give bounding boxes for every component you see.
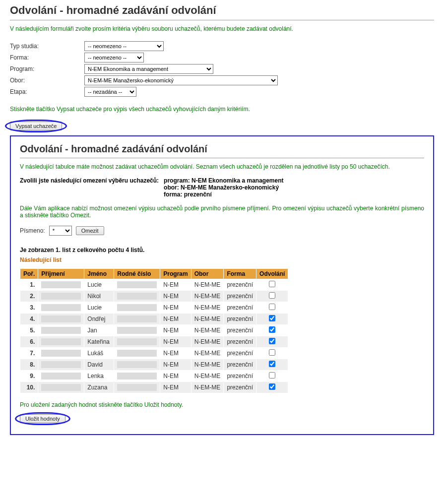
cell-prijmeni	[38, 302, 84, 314]
odvolani-checkbox[interactable]	[269, 281, 275, 287]
cell-rc	[114, 371, 160, 382]
cell-prijmeni	[38, 279, 84, 291]
select-typ-studia[interactable]: -- neomezeno --	[84, 41, 164, 51]
select-obor[interactable]: N-EM-ME Manažersko-ekonomický	[84, 75, 278, 85]
col-por: Poř.	[20, 269, 38, 279]
table-row: 1.LucieN-EMN-EM-MEprezenční	[20, 279, 288, 291]
table-row: 4.OndřejN-EMN-EM-MEprezenční	[20, 314, 288, 325]
cell-jmeno: Jan	[84, 325, 114, 336]
next-list-link[interactable]: Následující list	[20, 256, 62, 263]
cell-jmeno: Nikol	[84, 291, 114, 302]
col-obor: Obor	[191, 269, 224, 279]
cell-por: 1.	[20, 279, 38, 291]
cell-forma: prezenční	[224, 359, 256, 371]
cell-prijmeni	[38, 382, 84, 393]
redacted-surname	[41, 384, 81, 391]
cell-odvolani	[256, 382, 288, 393]
cell-rc	[114, 314, 160, 325]
separator	[20, 158, 424, 158]
odvolani-checkbox[interactable]	[269, 383, 275, 390]
cell-obor: N-EM-ME	[191, 325, 224, 336]
omezit-button[interactable]: Omezit	[76, 226, 104, 235]
label-obor: Obor:	[10, 77, 84, 84]
cell-program: N-EM	[160, 336, 191, 348]
cell-por: 6.	[20, 336, 38, 348]
odvolani-checkbox[interactable]	[269, 361, 275, 367]
col-rc: Rodné číslo	[114, 269, 160, 279]
cell-obor: N-EM-ME	[191, 336, 224, 348]
cell-por: 10.	[20, 382, 38, 393]
restriction-label: Zvolili jste následující omezení výběru …	[20, 177, 159, 184]
table-row: 8.DavidN-EMN-EM-MEprezenční	[20, 359, 288, 371]
table-row: 3.LucieN-EMN-EM-MEprezenční	[20, 302, 288, 314]
cell-jmeno: Kateřina	[84, 336, 114, 348]
odvolani-checkbox[interactable]	[269, 349, 275, 356]
col-prijmeni: Příjmení	[38, 269, 84, 279]
cell-jmeno: Lucie	[84, 279, 114, 291]
select-etapa[interactable]: -- nezadána --	[84, 87, 136, 97]
cell-odvolani	[256, 348, 288, 359]
redacted-rc	[117, 281, 157, 288]
cell-rc	[114, 336, 160, 348]
col-odvolani: Odvolání	[256, 269, 288, 279]
odvolani-checkbox[interactable]	[269, 372, 275, 378]
separator	[10, 20, 434, 20]
redacted-surname	[41, 293, 81, 300]
cell-forma: prezenční	[224, 302, 256, 314]
odvolani-checkbox[interactable]	[269, 292, 275, 299]
cell-obor: N-EM-ME	[191, 382, 224, 393]
cell-por: 8.	[20, 359, 38, 371]
cell-prijmeni	[38, 314, 84, 325]
redacted-surname	[41, 361, 81, 368]
redacted-rc	[117, 327, 157, 334]
cell-odvolani	[256, 336, 288, 348]
cell-program: N-EM	[160, 348, 191, 359]
cell-program: N-EM	[160, 371, 191, 382]
highlight-vypsat: Vypsat uchazeče	[10, 122, 62, 130]
cell-odvolani	[256, 325, 288, 336]
redacted-rc	[117, 373, 157, 379]
select-letter[interactable]: *	[49, 226, 72, 236]
cell-obor: N-EM-ME	[191, 359, 224, 371]
cell-odvolani	[256, 302, 288, 314]
redacted-rc	[117, 293, 157, 300]
cell-obor: N-EM-ME	[191, 371, 224, 382]
odvolani-checkbox[interactable]	[269, 304, 275, 310]
select-program[interactable]: N-EM Ekonomika a management	[84, 64, 213, 74]
redacted-surname	[41, 338, 81, 345]
letter-label: Písmeno:	[20, 227, 45, 234]
odvolani-checkbox[interactable]	[269, 326, 275, 333]
cell-prijmeni	[38, 348, 84, 359]
redacted-rc	[117, 315, 157, 322]
cell-jmeno: Lukáš	[84, 348, 114, 359]
odvolani-checkbox[interactable]	[269, 338, 275, 344]
ulozit-hodnoty-button[interactable]: Uložit hodnoty	[20, 414, 65, 423]
redacted-surname	[41, 350, 81, 357]
cell-program: N-EM	[160, 302, 191, 314]
redacted-surname	[41, 315, 81, 322]
cell-rc	[114, 325, 160, 336]
odvolani-checkbox[interactable]	[269, 315, 275, 321]
cell-program: N-EM	[160, 279, 191, 291]
cell-odvolani	[256, 371, 288, 382]
table-row: 10.ZuzanaN-EMN-EM-MEprezenční	[20, 382, 288, 393]
panel-intro: V následující tabulce máte možnost zadáv…	[20, 163, 424, 170]
cell-por: 7.	[20, 348, 38, 359]
vypsat-uchazece-button[interactable]: Vypsat uchazeče	[10, 122, 62, 130]
cell-rc	[114, 382, 160, 393]
label-etapa: Etapa:	[10, 88, 84, 95]
cell-prijmeni	[38, 371, 84, 382]
cell-por: 9.	[20, 371, 38, 382]
redacted-rc	[117, 350, 157, 357]
cell-prijmeni	[38, 336, 84, 348]
cell-obor: N-EM-ME	[191, 348, 224, 359]
redacted-rc	[117, 384, 157, 391]
restriction-obor: obor: N-EM-ME Manažersko-ekonomický	[164, 184, 283, 191]
cell-rc	[114, 291, 160, 302]
select-forma[interactable]: -- neomezeno --	[84, 53, 144, 63]
restriction-values: program: N-EM Ekonomika a management obo…	[164, 177, 283, 198]
list-info: Je zobrazen 1. list z celkového počtu 4 …	[20, 247, 424, 253]
cell-rc	[114, 348, 160, 359]
highlight-ulozit: Uložit hodnoty	[20, 414, 65, 423]
redacted-surname	[41, 304, 81, 311]
